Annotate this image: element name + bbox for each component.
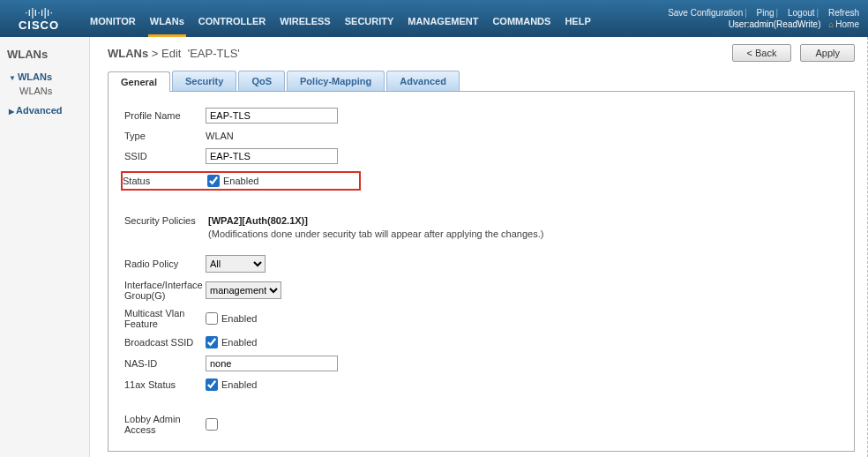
input-profile-name[interactable] — [206, 108, 338, 124]
note-security-policies: (Modifications done under security tab w… — [208, 228, 543, 239]
cisco-bars-icon: ·ı|ı·ı|ı· — [0, 6, 78, 19]
row-security-policies: Security Policies [WPA2][Auth(802.1X)] (… — [124, 215, 838, 239]
nav-controller[interactable]: CONTROLLER — [197, 11, 267, 37]
value-security-policies: [WPA2][Auth(802.1X)] — [208, 215, 543, 226]
nav-user-line: User:admin(ReadWrite) ⌂Home — [729, 19, 859, 29]
cb-label-status: Enabled — [223, 176, 258, 186]
row-lobby-admin: Lobby Admin Access — [124, 414, 838, 435]
label-status: Status — [123, 176, 207, 186]
sidebar-item-label: WLANs — [18, 71, 52, 82]
nav-wireless[interactable]: WIRELESS — [278, 11, 332, 37]
label-type: Type — [124, 131, 206, 141]
logout-link[interactable]: Logout — [788, 8, 815, 18]
triangle-right-icon: ▶ — [9, 108, 14, 116]
checkbox-status[interactable] — [207, 175, 220, 187]
nav-wlans[interactable]: WLANs — [148, 11, 186, 37]
checkbox-lobby-admin[interactable] — [206, 418, 218, 431]
back-button[interactable]: < Back — [732, 44, 792, 62]
home-link[interactable]: ⌂Home — [828, 19, 859, 29]
input-ssid[interactable] — [206, 148, 338, 164]
row-profile-name: Profile Name — [124, 108, 838, 124]
label-multicast-vlan: Multicast Vlan Feature — [124, 308, 206, 329]
cb-label-11ax-status: Enabled — [221, 379, 257, 390]
select-radio-policy[interactable]: All — [206, 255, 266, 273]
main-nav: MONITOR WLANs CONTROLLER WIRELESS SECURI… — [88, 0, 593, 37]
apply-button[interactable]: Apply — [800, 44, 855, 62]
sidebar-tree: ▼WLANs WLANs ▶Advanced — [5, 70, 89, 117]
cisco-logo: ·ı|ı·ı|ı· CISCO — [0, 6, 78, 31]
nav-right: Save Configuration| Ping| Logout| Refres… — [662, 8, 859, 29]
save-configuration-link[interactable]: Save Configuration — [668, 8, 743, 18]
breadcrumb: WLANs > Edit 'EAP-TLS' — [108, 47, 240, 60]
crumb-target: 'EAP-TLS' — [188, 47, 240, 60]
label-interface-group: Interface/Interface Group(G) — [124, 280, 206, 301]
label-broadcast-ssid: Broadcast SSID — [124, 337, 206, 348]
tab-qos[interactable]: QoS — [238, 71, 285, 91]
tab-bar: General Security QoS Policy-Mapping Adva… — [108, 71, 855, 92]
nav-commands[interactable]: COMMANDS — [490, 11, 552, 37]
nav-help[interactable]: HELP — [563, 11, 592, 37]
brand-text: CISCO — [0, 19, 78, 31]
nav-security[interactable]: SECURITY — [343, 11, 396, 37]
label-radio-policy: Radio Policy — [124, 258, 206, 269]
row-nas-id: NAS-ID — [124, 356, 838, 371]
nav-top-links: Save Configuration| Ping| Logout| Refres… — [662, 8, 859, 18]
checkbox-11ax-status[interactable] — [206, 378, 218, 391]
row-interface-group: Interface/Interface Group(G) management — [124, 280, 838, 301]
tab-security[interactable]: Security — [172, 71, 236, 91]
crumb-action: Edit — [161, 47, 181, 60]
tab-advanced[interactable]: Advanced — [386, 71, 460, 91]
ping-link[interactable]: Ping — [757, 8, 774, 18]
select-interface-group[interactable]: management — [206, 281, 281, 299]
row-type: Type WLAN — [124, 131, 838, 141]
row-status: Status Enabled — [121, 171, 361, 191]
checkbox-multicast-vlan[interactable] — [206, 312, 218, 325]
crumb-root: WLANs — [108, 47, 148, 60]
label-profile-name: Profile Name — [124, 110, 206, 121]
label-nas-id: NAS-ID — [124, 358, 206, 369]
tab-policy-mapping[interactable]: Policy-Mapping — [287, 71, 385, 91]
user-prefix: User: — [729, 19, 750, 29]
sidebar: WLANs ▼WLANs WLANs ▶Advanced — [0, 37, 90, 457]
input-nas-id[interactable] — [206, 356, 338, 371]
sidebar-item-wlans[interactable]: ▼WLANs — [5, 70, 89, 84]
page-header: WLANs > Edit 'EAP-TLS' < Back Apply — [108, 44, 855, 62]
refresh-link[interactable]: Refresh — [828, 8, 859, 18]
sidebar-item-wlans-sub[interactable]: WLANs — [5, 84, 89, 98]
user-value: admin(ReadWrite) — [750, 19, 821, 29]
label-ssid: SSID — [124, 151, 206, 161]
cb-label-multicast-vlan: Enabled — [221, 313, 257, 324]
nav-monitor[interactable]: MONITOR — [88, 11, 138, 37]
row-multicast-vlan: Multicast Vlan Feature Enabled — [124, 308, 838, 329]
top-navbar: ·ı|ı·ı|ı· CISCO MONITOR WLANs CONTROLLER… — [0, 0, 868, 37]
crumb-sep: > — [152, 47, 159, 60]
page-buttons: < Back Apply — [732, 44, 855, 62]
value-type: WLAN — [206, 131, 234, 141]
sidebar-title: WLANs — [7, 48, 89, 61]
row-radio-policy: Radio Policy All — [124, 255, 838, 273]
label-lobby-admin: Lobby Admin Access — [124, 414, 206, 435]
checkbox-broadcast-ssid[interactable] — [206, 336, 218, 348]
workspace: WLANs ▼WLANs WLANs ▶Advanced WLANs > Edi… — [0, 37, 868, 457]
general-form: Profile Name Type WLAN SSID Status Enabl… — [108, 92, 855, 452]
row-ssid: SSID — [124, 148, 838, 164]
nav-management[interactable]: MANAGEMENT — [406, 11, 480, 37]
label-11ax-status: 11ax Status — [124, 379, 206, 390]
tab-general[interactable]: General — [108, 71, 170, 92]
label-security-policies: Security Policies — [124, 215, 206, 226]
sidebar-item-label: Advanced — [16, 105, 63, 116]
content-pane: WLANs > Edit 'EAP-TLS' < Back Apply Gene… — [90, 37, 868, 457]
home-icon: ⌂ — [828, 19, 834, 29]
row-broadcast-ssid: Broadcast SSID Enabled — [124, 336, 838, 348]
sidebar-item-advanced[interactable]: ▶Advanced — [5, 103, 89, 117]
cb-label-broadcast-ssid: Enabled — [221, 337, 257, 348]
row-11ax-status: 11ax Status Enabled — [124, 378, 838, 391]
home-text: Home — [835, 19, 859, 29]
triangle-down-icon: ▼ — [9, 74, 16, 82]
